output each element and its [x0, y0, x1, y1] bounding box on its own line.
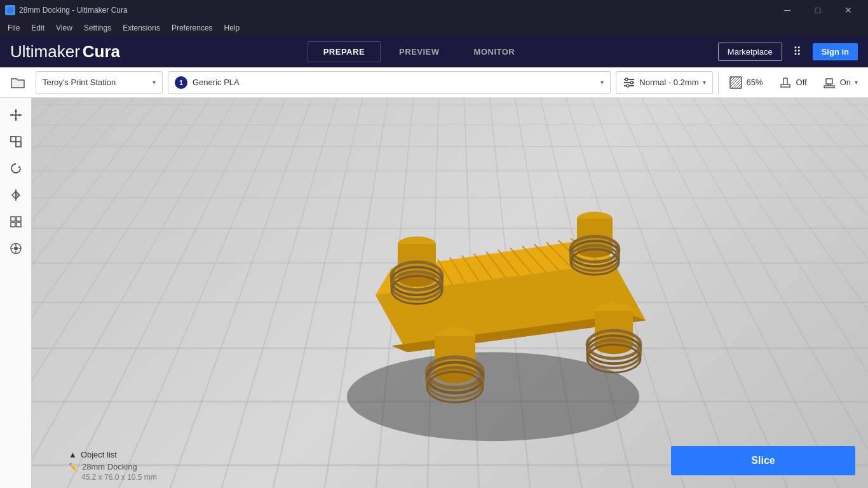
- logo-cura: Cura: [83, 42, 120, 62]
- adhesion-label: On: [840, 78, 851, 87]
- material-name: Generic PLA: [193, 78, 595, 87]
- adhesion-icon: [822, 76, 836, 90]
- mirror-tool-button[interactable]: [4, 183, 28, 207]
- material-extruder-badge: 1: [175, 76, 187, 89]
- folder-icon: [10, 76, 25, 89]
- infill-button[interactable]: 65%: [724, 71, 768, 94]
- svg-marker-36: [12, 191, 16, 199]
- svg-marker-26: [15, 109, 17, 112]
- grid-button[interactable]: ⠿: [787, 41, 808, 62]
- settings-icon: [623, 76, 635, 89]
- print-profile-name: Normal - 0.2mm: [639, 78, 698, 87]
- close-button[interactable]: ✕: [834, 0, 863, 20]
- title-bar-left: 28mm Docking - Ultimaker Cura: [5, 5, 128, 15]
- tab-monitor[interactable]: MONITOR: [458, 41, 531, 62]
- title-bar: 28mm Docking - Ultimaker Cura ─ □ ✕: [0, 0, 868, 20]
- svg-point-5: [630, 81, 633, 84]
- printer-select[interactable]: Teroy's Print Station ▾: [36, 71, 163, 94]
- edit-icon[interactable]: ✏️: [69, 463, 78, 471]
- toolbar: Teroy's Print Station ▾ 1 Generic PLA ▾ …: [0, 67, 868, 98]
- infill-icon: [729, 76, 743, 90]
- support-tool-button[interactable]: [4, 236, 28, 261]
- svg-marker-29: [19, 114, 22, 116]
- menu-edit[interactable]: Edit: [26, 22, 50, 34]
- scale-tool-button[interactable]: [4, 130, 28, 154]
- svg-rect-41: [17, 222, 21, 227]
- toolbar-divider-1: [718, 71, 719, 94]
- adhesion-chevron-icon: ▾: [855, 79, 858, 86]
- support-button[interactable]: Off: [773, 71, 812, 94]
- signin-button[interactable]: Sign in: [813, 43, 858, 60]
- svg-marker-27: [15, 118, 17, 121]
- svg-marker-37: [16, 191, 20, 199]
- window-title: 28mm Docking - Ultimaker Cura: [19, 6, 128, 15]
- object-list-toggle[interactable]: ▲ Object list: [69, 450, 157, 459]
- support-label: Off: [796, 78, 807, 87]
- svg-rect-30: [11, 137, 16, 142]
- adhesion-button[interactable]: On ▾: [817, 71, 863, 94]
- minimize-button[interactable]: ─: [773, 0, 802, 20]
- material-select[interactable]: 1 Generic PLA ▾: [168, 71, 611, 94]
- svg-rect-21: [826, 79, 832, 84]
- rotate-tool-button[interactable]: [4, 156, 28, 180]
- title-bar-controls: ─ □ ✕: [773, 0, 863, 20]
- svg-line-12: [731, 78, 742, 88]
- app-icon: [5, 5, 15, 15]
- svg-rect-20: [824, 86, 834, 88]
- object-name-label: 28mm Docking: [82, 462, 137, 471]
- viewport[interactable]: ▲ Object list ✏️ 28mm Docking 45.2 x 76.…: [32, 98, 868, 488]
- object-list-chevron-icon: ▲: [69, 450, 77, 459]
- menu-file[interactable]: File: [3, 22, 25, 34]
- menu-settings[interactable]: Settings: [79, 22, 116, 34]
- svg-marker-28: [10, 114, 13, 116]
- svg-point-43: [14, 247, 18, 250]
- top-nav: Ultimaker Cura PREPARE PREVIEW MONITOR M…: [0, 36, 868, 67]
- nav-right: Marketplace ⠿ Sign in: [718, 41, 858, 62]
- menu-preferences[interactable]: Preferences: [166, 22, 218, 34]
- marketplace-button[interactable]: Marketplace: [718, 43, 782, 61]
- scale-icon: [9, 135, 23, 149]
- logo-ultimaker: Ultimaker: [10, 42, 80, 62]
- svg-rect-39: [17, 217, 21, 221]
- object-list-label: Object list: [81, 450, 117, 459]
- menu-bar: File Edit View Settings Extensions Prefe…: [0, 20, 868, 36]
- svg-marker-34: [18, 166, 20, 168]
- object-info-panel: ▲ Object list ✏️ 28mm Docking 45.2 x 76.…: [69, 450, 157, 482]
- svg-point-0: [7, 7, 13, 13]
- left-toolbar: [0, 98, 32, 488]
- print-settings-button[interactable]: Normal - 0.2mm ▾: [616, 71, 712, 94]
- tab-preview[interactable]: PREVIEW: [383, 41, 455, 62]
- svg-rect-16: [781, 85, 790, 87]
- printer-name: Teroy's Print Station: [43, 78, 149, 87]
- maximize-button[interactable]: □: [803, 0, 832, 20]
- menu-extensions[interactable]: Extensions: [118, 22, 165, 34]
- tab-prepare[interactable]: PREPARE: [308, 41, 381, 62]
- object-dimensions: 45.2 x 76.0 x 10.5 mm: [81, 473, 157, 482]
- group-tool-button[interactable]: [4, 210, 28, 234]
- profile-chevron-icon: ▾: [703, 79, 706, 86]
- main-area: ▲ Object list ✏️ 28mm Docking 45.2 x 76.…: [0, 98, 868, 488]
- move-tool-button[interactable]: [4, 103, 28, 127]
- slice-button[interactable]: Slice: [671, 446, 855, 475]
- svg-line-11: [730, 77, 740, 87]
- svg-rect-40: [11, 222, 15, 227]
- open-folder-button[interactable]: [5, 70, 31, 95]
- menu-help[interactable]: Help: [219, 22, 245, 34]
- nav-tabs: PREPARE PREVIEW MONITOR: [308, 41, 531, 62]
- printer-chevron-icon: ▾: [153, 79, 156, 86]
- group-icon: [9, 215, 23, 229]
- svg-point-4: [625, 78, 628, 81]
- menu-view[interactable]: View: [51, 22, 78, 34]
- object-name-row: ✏️ 28mm Docking: [69, 462, 157, 471]
- svg-rect-38: [11, 217, 15, 221]
- per-model-icon: [9, 241, 23, 255]
- slice-panel: Slice: [671, 446, 855, 475]
- move-icon: [9, 108, 23, 122]
- logo: Ultimaker Cura: [10, 42, 120, 62]
- mirror-icon: [9, 188, 23, 202]
- material-chevron-icon: ▾: [600, 79, 604, 86]
- svg-point-6: [627, 85, 629, 87]
- svg-line-14: [736, 83, 742, 88]
- docking-model-svg: [277, 149, 709, 466]
- svg-line-9: [730, 77, 735, 82]
